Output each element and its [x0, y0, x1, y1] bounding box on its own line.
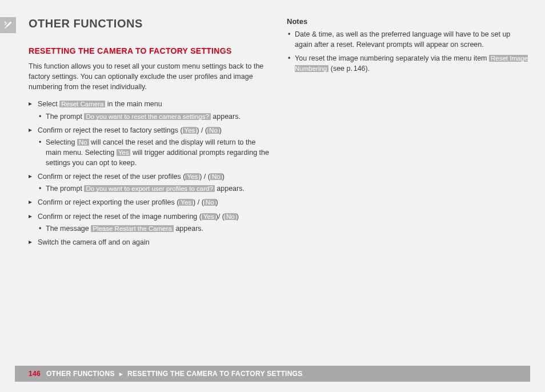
step-item: Confirm or reject the reset to factory s…: [29, 125, 271, 169]
step-item: Confirm or reject the reset of the user …: [29, 171, 271, 194]
menu-label: No: [207, 127, 219, 134]
step-item: Confirm or reject exporting the user pro…: [29, 197, 271, 207]
menu-label: No: [225, 213, 237, 220]
intro-text: This function allows you to reset all yo…: [29, 61, 271, 92]
notes-title: Notes: [287, 17, 529, 26]
sub-item: The prompt Do you want to export user pr…: [38, 183, 271, 194]
page-content: OTHER FUNCTIONS RESETTING THE CAMERA TO …: [29, 17, 529, 358]
page-title: OTHER FUNCTIONS: [29, 17, 271, 30]
svg-point-0: [5, 22, 6, 23]
menu-label: Do you want to reset the camera settings…: [84, 113, 210, 120]
sub-item: The prompt Do you want to reset the came…: [38, 111, 271, 122]
sub-item: The message Please Restart the Camera ap…: [38, 223, 271, 234]
menu-label: Yes: [202, 213, 216, 220]
notes-list: Date & time, as well as the preferred la…: [287, 29, 529, 74]
tools-icon: [3, 21, 13, 30]
step-item: Switch the camera off and on again: [29, 237, 271, 247]
menu-label: Yes: [179, 199, 193, 206]
menu-label: No: [204, 199, 216, 206]
right-column: Notes Date & time, as well as the prefer…: [287, 17, 529, 358]
page-number: 146: [29, 370, 41, 378]
note-item: You reset the image numbering separately…: [287, 53, 529, 74]
footer-crumb: RESETTING THE CAMERA TO FACTORY SETTINGS: [127, 370, 302, 378]
menu-label: Yes: [183, 127, 197, 134]
sub-item: Selecting No will cancel the reset and t…: [38, 137, 271, 168]
menu-label: No: [77, 139, 89, 146]
left-column: OTHER FUNCTIONS RESETTING THE CAMERA TO …: [29, 17, 271, 358]
side-tab: [0, 17, 16, 33]
step-item: Confirm or reject the reset of the image…: [29, 211, 271, 234]
menu-label: Do you want to export user profiles to c…: [84, 185, 214, 192]
footer-crumb: OTHER FUNCTIONS: [46, 370, 115, 378]
menu-label: Reset Camera: [59, 101, 105, 107]
menu-label: Yes: [185, 173, 199, 180]
chevron-right-icon: ▸: [119, 370, 123, 378]
step-list: Select Reset Camera in the main menu The…: [29, 99, 271, 247]
menu-label: Please Restart the Camera: [91, 225, 174, 232]
step-item: Select Reset Camera in the main menu The…: [29, 99, 271, 121]
menu-label: Yes: [117, 149, 131, 156]
footer-bar: 146 OTHER FUNCTIONS ▸ RESETTING THE CAME…: [15, 366, 530, 382]
note-item: Date & time, as well as the preferred la…: [287, 29, 529, 50]
section-title: RESETTING THE CAMERA TO FACTORY SETTINGS: [29, 46, 271, 55]
menu-label: No: [210, 173, 222, 180]
